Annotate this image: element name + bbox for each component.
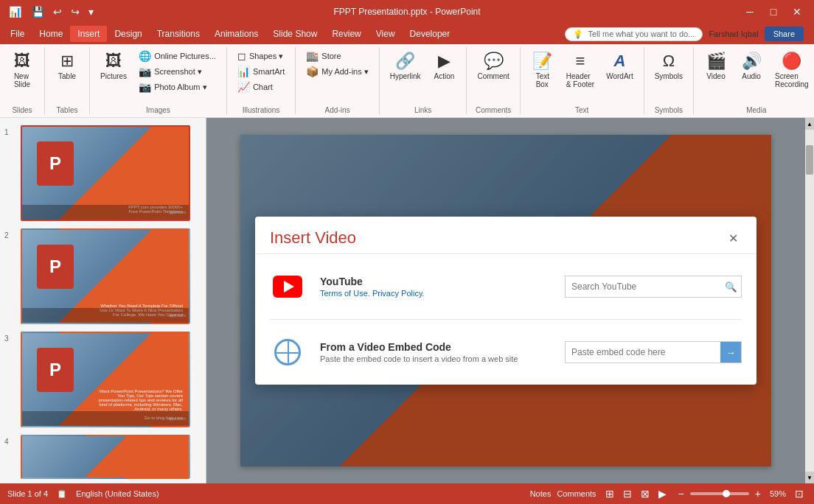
- screenshot-label: Screenshot ▾: [154, 67, 202, 77]
- title-bar: 📊 💾 ↩ ↩ ▾ FPPT Presentation.pptx - Power…: [0, 0, 814, 24]
- table-button[interactable]: ⊞ Table: [51, 49, 83, 83]
- addins-small-group: 🏬 Store 📦 My Add-ins ▾: [302, 49, 372, 79]
- menu-design[interactable]: Design: [107, 26, 149, 42]
- slideshow-button[interactable]: ▶: [655, 486, 669, 501]
- shapes-button[interactable]: ◻ Shapes ▾: [233, 49, 289, 63]
- screen-recording-icon: 🔴: [782, 52, 801, 71]
- menu-home[interactable]: Home: [32, 26, 70, 42]
- scroll-track[interactable]: [805, 130, 814, 472]
- vertical-scrollbar: ▲ ▼: [805, 118, 814, 483]
- slide-sorter-button[interactable]: ⊟: [620, 486, 635, 501]
- hyperlink-label: Hyperlink: [390, 72, 421, 80]
- zoom-in-button[interactable]: +: [752, 486, 764, 501]
- menu-animations[interactable]: Animations: [207, 26, 265, 42]
- screen-recording-button[interactable]: 🔴 ScreenRecording: [770, 49, 813, 91]
- new-slide-button[interactable]: 🖼 NewSlide: [6, 49, 38, 91]
- share-button[interactable]: Share: [765, 27, 804, 41]
- my-addins-button[interactable]: 📦 My Add-ins ▾: [302, 64, 372, 79]
- textbox-button[interactable]: 📝 TextBox: [526, 49, 559, 91]
- minimize-button[interactable]: ─: [739, 4, 761, 19]
- symbols-button[interactable]: Ω Symbols: [650, 49, 687, 83]
- menu-slideshow[interactable]: Slide Show: [265, 26, 324, 42]
- normal-view-button[interactable]: ⊞: [602, 486, 617, 501]
- chart-button[interactable]: 📈 Chart: [233, 80, 289, 94]
- slide-thumb-3[interactable]: 3 P Want PowerPoint Presentations? We Of…: [3, 330, 203, 429]
- menu-transitions[interactable]: Transitions: [150, 26, 207, 42]
- customize-quick-access-button[interactable]: ▾: [86, 4, 97, 19]
- youtube-play-triangle: [284, 281, 294, 293]
- slide-num-1: 1: [4, 125, 16, 136]
- redo-button[interactable]: ↩: [68, 4, 83, 19]
- scroll-up-button[interactable]: ▲: [805, 118, 814, 130]
- youtube-search-input[interactable]: [566, 277, 720, 296]
- comment-button[interactable]: 💬 Comment: [473, 49, 513, 83]
- menu-file[interactable]: File: [3, 26, 32, 42]
- ribbon-group-symbols: Ω Symbols Symbols: [644, 47, 694, 114]
- lightbulb-icon: 💡: [573, 29, 583, 39]
- video-button[interactable]: 🎬 Video: [700, 49, 732, 83]
- store-icon: 🏬: [306, 50, 319, 62]
- comments-button[interactable]: Comments: [557, 489, 596, 498]
- maximize-button[interactable]: □: [762, 4, 785, 19]
- tell-me-text: Tell me what you want to do...: [588, 29, 695, 38]
- zoom-slider-thumb[interactable]: [723, 490, 730, 497]
- menu-insert[interactable]: Insert: [70, 26, 107, 42]
- close-button[interactable]: ✕: [786, 4, 808, 19]
- slide-thumb-4[interactable]: 4: [3, 433, 203, 480]
- youtube-terms-link[interactable]: Terms of Use.: [320, 289, 370, 298]
- smartart-label: SmartArt: [253, 67, 285, 76]
- photo-album-label: Photo Album ▾: [154, 83, 206, 92]
- embed-submit-button[interactable]: →: [720, 342, 741, 363]
- illustrations-group-label: Illustrations: [243, 105, 280, 114]
- embed-code-input[interactable]: [566, 343, 720, 362]
- store-button[interactable]: 🏬 Store: [302, 49, 372, 63]
- youtube-icon-container: [270, 269, 305, 304]
- photo-album-icon: 📷: [139, 81, 151, 93]
- fit-slide-button[interactable]: ⊡: [792, 486, 807, 501]
- audio-button[interactable]: 🔊 Audio: [735, 49, 768, 83]
- reading-view-button[interactable]: ⊠: [638, 486, 653, 501]
- slide-info: Slide 1 of 4: [7, 489, 48, 498]
- undo-button[interactable]: ↩: [50, 4, 65, 19]
- slide-thumb-2[interactable]: 2 P Whether You Need A Template For Offi…: [3, 227, 203, 326]
- online-pictures-button[interactable]: 🌐 Online Pictures...: [134, 49, 220, 63]
- slides-panel: 1 P FPPT.com provides 30000+Free PowerPo…: [0, 118, 206, 483]
- photo-album-button[interactable]: 📷 Photo Album ▾: [134, 80, 220, 94]
- youtube-search-button[interactable]: 🔍: [720, 276, 741, 297]
- slide-num-4: 4: [4, 435, 16, 446]
- action-label: Action: [434, 72, 455, 80]
- video-label: Video: [706, 72, 725, 80]
- symbols-group-content: Ω Symbols: [650, 47, 687, 105]
- modal-close-button[interactable]: ✕: [724, 229, 742, 247]
- ribbon: 🖼 NewSlide Slides ⊞ Table Tables 🖼 Pictu: [0, 44, 814, 118]
- smartart-button[interactable]: 📊 SmartArt: [233, 64, 289, 79]
- scroll-thumb[interactable]: [806, 145, 813, 175]
- audio-label: Audio: [742, 72, 761, 80]
- screenshot-button[interactable]: 📷 Screenshot ▾: [134, 64, 220, 79]
- textbox-icon: 📝: [532, 52, 552, 71]
- slide-img-2: P Whether You Need A Template For Offici…: [21, 228, 190, 324]
- addins-group-content: 🏬 Store 📦 My Add-ins ▾: [302, 47, 372, 105]
- scroll-down-button[interactable]: ▼: [805, 472, 814, 483]
- ribbon-content: 🖼 NewSlide Slides ⊞ Table Tables 🖼 Pictu: [0, 44, 814, 117]
- header-footer-button[interactable]: ≡ Header& Footer: [562, 49, 599, 91]
- textbox-label: TextBox: [536, 72, 549, 88]
- pictures-button[interactable]: 🖼 Pictures: [96, 49, 131, 83]
- save-button[interactable]: 💾: [29, 4, 47, 19]
- youtube-privacy-link[interactable]: Privacy Policy.: [372, 289, 425, 298]
- action-button[interactable]: ▶ Action: [428, 49, 460, 83]
- menu-developer[interactable]: Developer: [403, 26, 458, 42]
- slide-thumb-1[interactable]: 1 P FPPT.com provides 30000+Free PowerPo…: [3, 124, 203, 223]
- zoom-slider[interactable]: [690, 492, 749, 495]
- notes-button[interactable]: Notes: [530, 489, 552, 498]
- tell-me-box[interactable]: 💡 Tell me what you want to do...: [565, 27, 703, 41]
- store-label: Store: [321, 52, 341, 60]
- menu-view[interactable]: View: [369, 26, 403, 42]
- menu-review[interactable]: Review: [324, 26, 368, 42]
- hyperlink-button[interactable]: 🔗 Hyperlink: [386, 49, 425, 83]
- youtube-info: YouTube Terms of Use. Privacy Policy.: [320, 276, 550, 298]
- wordart-button[interactable]: A WordArt: [602, 49, 638, 83]
- view-buttons: ⊞ ⊟ ⊠ ▶: [602, 486, 669, 501]
- slide-img-1: P FPPT.com provides 30000+Free PowerPoin…: [21, 125, 190, 221]
- zoom-out-button[interactable]: −: [675, 486, 687, 501]
